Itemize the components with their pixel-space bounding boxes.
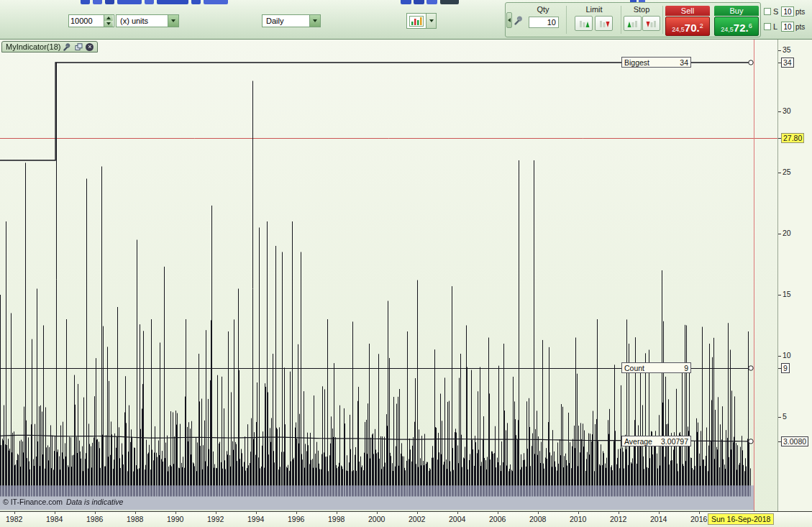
- indicative-note: Data is indicative: [66, 498, 123, 506]
- marker-value: 3.00797: [661, 437, 688, 446]
- price-axis-tick: [778, 234, 781, 234]
- buy-stop-icon: [627, 19, 639, 29]
- stop-buy-button[interactable]: [624, 16, 642, 31]
- time-axis-tick: [659, 512, 660, 514]
- price-axis-label: 25: [783, 168, 791, 176]
- close-icon[interactable]: ×: [86, 43, 93, 51]
- price-axis-tick: [778, 173, 781, 173]
- time-axis-label: 1998: [328, 515, 345, 523]
- order-settings-wrench-button[interactable]: [514, 15, 525, 27]
- buy-column-header: Buy: [714, 6, 759, 16]
- detach-window-icon[interactable]: [75, 43, 83, 51]
- timeframe-dropdown[interactable]: Daily: [262, 14, 321, 27]
- chevron-down-icon: [171, 19, 175, 22]
- panel-collapse-button[interactable]: [506, 12, 512, 28]
- up-arrow-icon: [106, 17, 111, 19]
- trading-platform-window: (x) units Daily: [0, 0, 812, 527]
- marker-value: 9: [684, 364, 688, 372]
- limit-distance-row: L pts: [764, 20, 805, 33]
- average-marker-label[interactable]: Average 3.00797: [621, 436, 691, 446]
- biggest-marker-label[interactable]: Biggest 34: [621, 57, 691, 68]
- time-axis[interactable]: Sun 16-Sep-2018 198219841986198819901992…: [0, 511, 812, 527]
- time-axis-tick: [578, 512, 579, 514]
- sell-stop-icon: [646, 19, 657, 29]
- chart-area: MyIndicator(18) × Biggest 34 Count 9 Ave…: [0, 40, 812, 527]
- chart-style-button[interactable]: [406, 13, 437, 29]
- clipped-icon-fragment: [401, 0, 411, 4]
- clipped-icon-fragment: [440, 0, 459, 4]
- stop-distance-row: S pts: [764, 5, 805, 18]
- stop-column-header: Stop: [622, 5, 661, 14]
- price-axis-label: 15: [783, 290, 791, 298]
- dropdown-button[interactable]: [168, 15, 178, 27]
- stop-distance-checkbox[interactable]: [764, 8, 771, 15]
- stepper-up-button[interactable]: [104, 15, 113, 21]
- time-axis-label: 2012: [610, 515, 626, 523]
- chevron-down-icon: [429, 19, 434, 22]
- price-axis[interactable]: 35343027.8025201510953.0080: [777, 40, 812, 511]
- down-arrow-icon: [106, 22, 111, 25]
- quantity-stepper[interactable]: [68, 14, 114, 27]
- buy-price-main: 72.: [734, 22, 749, 34]
- units-dropdown[interactable]: (x) units: [116, 14, 179, 27]
- time-axis-tick: [175, 512, 176, 514]
- quantity-input[interactable]: [69, 15, 104, 27]
- sell-column-header: Sell: [665, 6, 710, 16]
- marker-value: 34: [680, 58, 688, 67]
- time-axis-tick: [457, 512, 458, 514]
- wrench-icon[interactable]: [63, 42, 72, 51]
- dropdown-button[interactable]: [309, 15, 320, 27]
- indicator-tab[interactable]: MyIndicator(18) ×: [1, 41, 98, 52]
- clipped-icon-fragment: [145, 0, 154, 4]
- count-marker-label[interactable]: Count 9: [621, 362, 691, 373]
- price-axis-label: 34: [781, 58, 794, 68]
- time-axis-tick: [417, 512, 418, 514]
- qty-column-header: Qty: [524, 5, 562, 14]
- chart-style-dropdown-button[interactable]: [426, 14, 436, 28]
- clipped-icon-fragment: [93, 0, 102, 4]
- price-axis-label: 35: [783, 45, 791, 54]
- price-axis-label: 27.80: [781, 133, 804, 143]
- time-axis-label: 2000: [368, 515, 385, 523]
- time-axis-label: 2016: [690, 515, 707, 523]
- limit-sell-button[interactable]: [595, 16, 613, 31]
- timeframe-dropdown-value: Daily: [263, 17, 309, 25]
- data-provider-note: © IT-Finance.comData is indicative: [3, 498, 123, 506]
- marker-name: Biggest: [624, 58, 649, 67]
- time-axis-label: 1988: [127, 515, 143, 523]
- panel-separator: [621, 6, 621, 34]
- chevron-down-icon: [313, 19, 317, 22]
- stop-distance-label: S: [773, 7, 780, 16]
- stop-sell-button[interactable]: [642, 16, 660, 31]
- marker-name: Average: [624, 437, 652, 446]
- copyright-text: © IT-Finance.com: [3, 498, 63, 506]
- price-axis-label: 5: [783, 412, 787, 421]
- price-axis-tick: [778, 295, 781, 295]
- order-qty-input[interactable]: [529, 17, 559, 28]
- limit-distance-input[interactable]: [781, 22, 794, 32]
- buy-button[interactable]: 24,572.6: [714, 17, 759, 36]
- stop-distance-input[interactable]: [781, 6, 794, 17]
- time-axis-tick: [619, 512, 619, 514]
- clipped-icon-fragment: [204, 0, 228, 4]
- pts-label: pts: [795, 23, 805, 31]
- stepper-down-button[interactable]: [104, 21, 113, 27]
- clipped-icon-fragment: [191, 0, 201, 4]
- time-axis-tick: [14, 512, 15, 514]
- price-axis-tick: [778, 417, 781, 418]
- clipped-icon-fragment: [117, 0, 142, 4]
- sell-button[interactable]: 24,570.2: [665, 17, 710, 36]
- limit-distance-checkbox[interactable]: [764, 23, 771, 30]
- time-axis-label: 2006: [489, 515, 506, 523]
- sell-price-main: 70.: [685, 22, 700, 34]
- buy-limit-icon: [578, 19, 590, 29]
- time-axis-label: 1986: [86, 515, 103, 523]
- limit-column-header: Limit: [569, 5, 619, 14]
- time-axis-tick: [498, 512, 498, 514]
- time-axis-tick: [699, 512, 700, 514]
- price-axis-label: 3.0080: [781, 436, 808, 446]
- time-axis-label: 2004: [449, 515, 465, 523]
- limit-buy-button[interactable]: [575, 16, 593, 31]
- limit-distance-label: L: [773, 22, 780, 31]
- price-axis-label: 30: [783, 106, 791, 115]
